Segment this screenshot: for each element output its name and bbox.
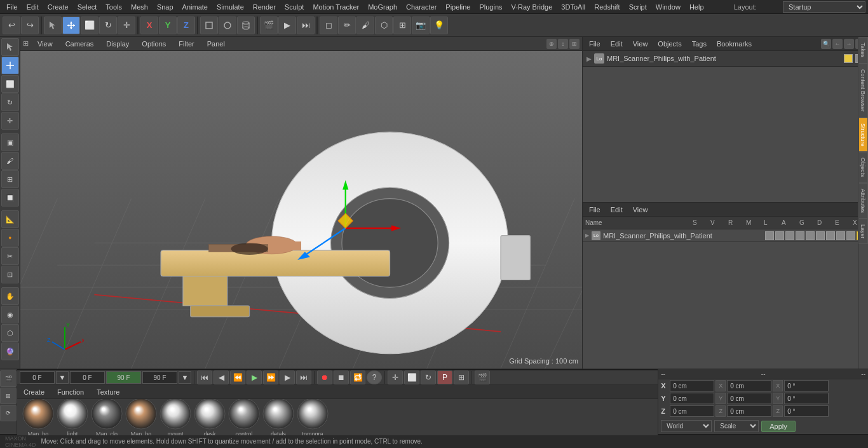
y-rot-input[interactable] bbox=[784, 393, 829, 404]
vp-icon-1[interactable]: ⊕ bbox=[546, 39, 557, 49]
x-rot-input[interactable] bbox=[784, 380, 829, 391]
paint-button[interactable]: 🖌 bbox=[356, 17, 374, 34]
side-tab-content-browser[interactable]: Content Browser bbox=[858, 64, 868, 118]
left-flatten-btn[interactable]: ⬡ bbox=[1, 324, 19, 342]
select-tool-button[interactable] bbox=[44, 17, 62, 34]
row-l-icon[interactable] bbox=[806, 231, 815, 240]
loop-btn[interactable]: 🔁 bbox=[350, 370, 365, 384]
left-poly-btn[interactable]: ▣ bbox=[1, 133, 19, 151]
z-position-input[interactable] bbox=[670, 405, 714, 417]
material-thumbnail[interactable] bbox=[57, 399, 88, 430]
attr-object-row[interactable]: ▶ Lo MRI_Scanner_Philips_with_Patient bbox=[583, 229, 868, 242]
y-position-input[interactable] bbox=[670, 393, 714, 404]
grid-key-btn[interactable]: ⊞ bbox=[454, 370, 469, 384]
mat-function-btn[interactable]: Function bbox=[53, 387, 88, 397]
fps-field[interactable]: 90 F bbox=[142, 371, 177, 384]
om-tab-objects[interactable]: Objects bbox=[654, 39, 685, 49]
menu-create[interactable]: Create bbox=[44, 2, 72, 12]
om-forward-icon[interactable]: → bbox=[844, 39, 854, 49]
left-snap-btn[interactable]: 🔲 bbox=[1, 189, 19, 207]
end-frame-field[interactable]: 90 F bbox=[106, 371, 141, 384]
material-item[interactable]: desk bbox=[194, 399, 226, 435]
cylinder-button[interactable] bbox=[237, 17, 255, 34]
material-thumbnail[interactable] bbox=[297, 399, 329, 430]
start-frame-field[interactable]: 0 F bbox=[70, 371, 105, 384]
viewport-tab-cameras[interactable]: Cameras bbox=[60, 39, 99, 49]
auto-key-btn[interactable]: P bbox=[437, 370, 452, 384]
side-tab-objects[interactable]: Objects bbox=[858, 152, 868, 183]
bottom-left-btn3[interactable]: ⟳ bbox=[0, 405, 17, 421]
menu-edit[interactable]: Edit bbox=[23, 2, 43, 12]
motion-path-btn[interactable]: 🎬 bbox=[475, 370, 490, 384]
viewport-tab-display[interactable]: Display bbox=[101, 39, 134, 49]
row-s-icon[interactable] bbox=[765, 231, 774, 240]
y-axis-button[interactable]: Y bbox=[159, 17, 177, 34]
vp-icon-2[interactable]: ↕ bbox=[558, 39, 568, 49]
menu-motion-tracker[interactable]: Motion Tracker bbox=[309, 2, 363, 12]
row-e-icon[interactable] bbox=[846, 231, 855, 240]
step-fwd-btn[interactable]: ⏩ bbox=[263, 370, 278, 384]
rotate-tool-button[interactable]: ↻ bbox=[99, 17, 117, 34]
x-axis-button[interactable]: X bbox=[140, 17, 158, 34]
z-size-input[interactable] bbox=[727, 405, 771, 417]
left-bevel-btn[interactable]: 🔸 bbox=[1, 229, 19, 247]
next-frame-btn[interactable]: ▶ bbox=[280, 370, 295, 384]
attr-tab-edit[interactable]: Edit bbox=[607, 205, 627, 215]
material-thumbnail[interactable] bbox=[91, 399, 123, 430]
left-grid-btn[interactable]: ⊞ bbox=[1, 170, 19, 188]
left-move-btn[interactable] bbox=[1, 57, 19, 74]
left-transform-btn[interactable]: ✛ bbox=[1, 112, 19, 130]
om-tab-edit[interactable]: Edit bbox=[607, 39, 627, 49]
sphere-button[interactable] bbox=[219, 17, 236, 34]
row-d-icon[interactable] bbox=[836, 231, 845, 240]
play-btn[interactable]: ▶ bbox=[247, 370, 262, 384]
om-tab-view[interactable]: View bbox=[629, 39, 652, 49]
fps-down-btn[interactable]: ▼ bbox=[179, 371, 191, 384]
menu-vray[interactable]: V-Ray Bridge bbox=[508, 2, 557, 12]
help-btn[interactable]: ? bbox=[367, 370, 382, 384]
menu-file[interactable]: File bbox=[3, 2, 22, 12]
row-v-icon[interactable] bbox=[775, 231, 784, 240]
attr-tab-view[interactable]: View bbox=[629, 205, 652, 215]
3d-viewport[interactable]: Perspective bbox=[20, 51, 582, 369]
material-thumbnail[interactable] bbox=[194, 399, 226, 430]
left-select-btn[interactable] bbox=[1, 38, 19, 56]
row-m-icon[interactable] bbox=[796, 231, 804, 240]
menu-plugins[interactable]: Plugins bbox=[475, 2, 506, 12]
viewport-tab-view[interactable]: View bbox=[32, 39, 58, 49]
record-btn[interactable]: ⏺ bbox=[317, 370, 332, 384]
menu-redshift[interactable]: Redshift bbox=[590, 2, 623, 12]
menu-3dtoall[interactable]: 3DToAll bbox=[557, 2, 589, 12]
cube-button[interactable] bbox=[200, 17, 218, 34]
menu-simulate[interactable]: Simulate bbox=[213, 2, 248, 12]
om-tab-bookmarks[interactable]: Bookmarks bbox=[713, 39, 756, 49]
left-extrude-btn[interactable]: 📐 bbox=[1, 210, 19, 228]
om-back-icon[interactable]: ← bbox=[832, 39, 843, 49]
transform-button[interactable]: ✛ bbox=[118, 17, 135, 34]
menu-mesh[interactable]: Mesh bbox=[127, 2, 152, 12]
om-search-icon[interactable]: 🔍 bbox=[821, 39, 831, 49]
material-thumbnail[interactable] bbox=[262, 399, 294, 430]
menu-tools[interactable]: Tools bbox=[102, 2, 126, 12]
row-r-icon[interactable] bbox=[785, 231, 794, 240]
mat-texture-btn[interactable]: Texture bbox=[93, 387, 123, 397]
material-item[interactable]: mount bbox=[159, 399, 191, 435]
side-tab-takes[interactable]: Takes bbox=[858, 37, 868, 64]
viewport-tab-panel[interactable]: Panel bbox=[202, 39, 230, 49]
scale-tool-button[interactable]: ⬜ bbox=[81, 17, 98, 34]
menu-sculpt[interactable]: Sculpt bbox=[281, 2, 308, 12]
side-tab-attributes[interactable]: Attributes bbox=[858, 183, 868, 219]
material-thumbnail[interactable] bbox=[125, 399, 157, 430]
grid-button[interactable]: ⊞ bbox=[393, 17, 411, 34]
frame-sel-btn[interactable]: ⬜ bbox=[404, 370, 419, 384]
move-tool-button[interactable] bbox=[62, 17, 80, 34]
left-smooth-btn[interactable]: ◉ bbox=[1, 306, 19, 323]
left-mag-btn[interactable]: 🔮 bbox=[1, 343, 19, 360]
z-axis-button[interactable]: Z bbox=[177, 17, 195, 34]
texture-button[interactable]: ⬡ bbox=[375, 17, 393, 34]
jump-end-btn[interactable]: ⏭ bbox=[296, 370, 311, 384]
mat-create-btn[interactable]: Create bbox=[20, 387, 48, 397]
draw-button[interactable]: ✏ bbox=[338, 17, 356, 34]
left-loop-btn[interactable]: ⊡ bbox=[1, 266, 19, 283]
material-item[interactable]: light bbox=[57, 399, 88, 435]
